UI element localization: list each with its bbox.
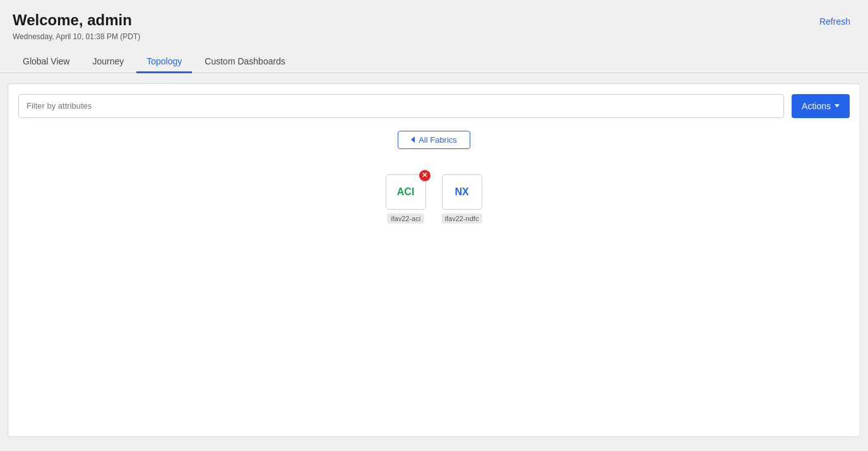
main-content: Actions All Fabrics ACI ✕ ifav22-aci — [8, 83, 860, 437]
node-box-aci: ACI ✕ — [386, 174, 426, 210]
chevron-down-icon — [835, 104, 840, 107]
node-nx[interactable]: NX ifav22-ndfc — [441, 174, 483, 224]
header-left: Welcome, admin Wednesday, April 10, 01:3… — [13, 11, 140, 41]
node-name-nx: ifav22-ndfc — [441, 213, 483, 224]
all-fabrics-label: All Fabrics — [419, 135, 457, 145]
tabs-bar: Global View Journey Topology Custom Dash… — [0, 51, 868, 73]
tab-global-view[interactable]: Global View — [13, 51, 80, 73]
node-type-label-aci: ACI — [397, 186, 415, 198]
page-subtitle: Wednesday, April 10, 01:38 PM (PDT) — [13, 32, 140, 41]
node-box-nx: NX — [442, 174, 482, 210]
tab-journey[interactable]: Journey — [82, 51, 134, 73]
chevron-left-icon — [411, 136, 415, 143]
node-name-aci: ifav22-aci — [387, 213, 424, 224]
tab-custom-dashboards[interactable]: Custom Dashboards — [194, 51, 295, 73]
header: Welcome, admin Wednesday, April 10, 01:3… — [0, 0, 868, 41]
filter-input[interactable] — [18, 94, 784, 118]
actions-button[interactable]: Actions — [792, 94, 850, 118]
refresh-button[interactable]: Refresh — [814, 14, 855, 29]
tab-topology[interactable]: Topology — [136, 51, 192, 73]
node-type-label-nx: NX — [455, 186, 468, 198]
node-aci[interactable]: ACI ✕ ifav22-aci — [386, 174, 426, 224]
nodes-area: ACI ✕ ifav22-aci NX ifav22-ndfc — [386, 174, 483, 224]
topology-area: All Fabrics ACI ✕ ifav22-aci NX ifav22-n… — [18, 131, 850, 224]
actions-label: Actions — [802, 101, 831, 111]
toolbar: Actions — [18, 94, 850, 118]
page-title: Welcome, admin — [13, 11, 140, 30]
node-error-badge-aci: ✕ — [419, 170, 431, 181]
all-fabrics-button[interactable]: All Fabrics — [398, 131, 470, 149]
